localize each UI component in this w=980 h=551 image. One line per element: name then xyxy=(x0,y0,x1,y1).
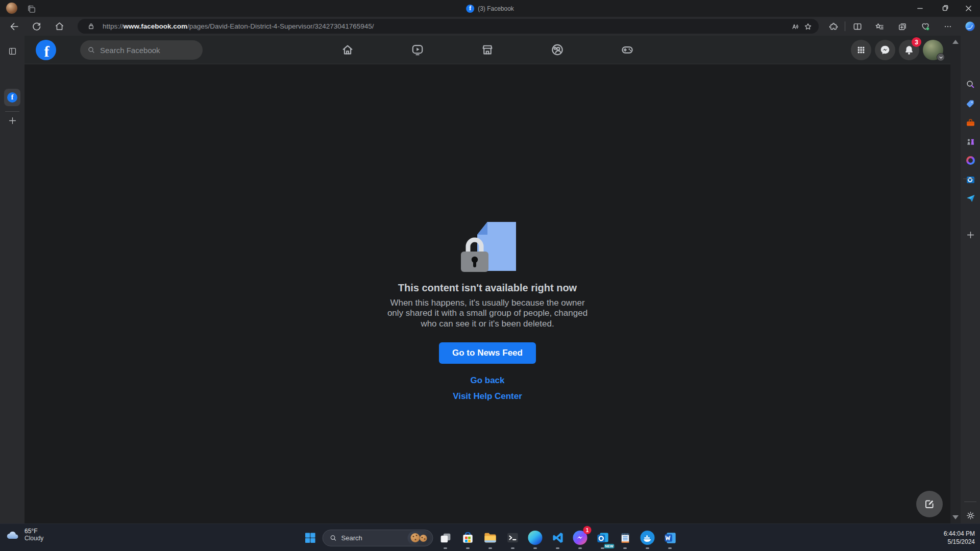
read-aloud-icon[interactable] xyxy=(788,20,801,33)
compose-post-button[interactable] xyxy=(916,491,943,517)
terminal-icon[interactable] xyxy=(503,528,523,548)
notepad-icon[interactable] xyxy=(615,528,635,548)
windows-taskbar: 65°F Cloudy Search xyxy=(0,523,980,551)
sidebar-outlook-icon[interactable] xyxy=(963,172,977,187)
minimize-button[interactable] xyxy=(909,0,932,16)
messenger-badge: 1 xyxy=(583,526,592,534)
tab-actions-icon[interactable] xyxy=(5,44,19,58)
favorite-star-icon[interactable] xyxy=(801,20,815,33)
go-back-link[interactable]: Go back xyxy=(470,375,504,386)
back-icon[interactable] xyxy=(6,18,22,35)
facebook-favicon xyxy=(466,5,474,13)
taskbar-search-placeholder: Search xyxy=(341,534,362,542)
edge-browser-icon[interactable] xyxy=(525,528,546,548)
vscode-icon[interactable] xyxy=(548,528,568,548)
weather-temperature: 65°F xyxy=(24,528,43,535)
active-tab[interactable]: (3) Facebook xyxy=(466,0,514,17)
sidebar-customize-button[interactable] xyxy=(963,228,977,242)
file-explorer-icon[interactable] xyxy=(480,528,501,548)
new-tab-button[interactable] xyxy=(5,113,19,128)
taskbar-weather-widget[interactable]: 65°F Cloudy xyxy=(5,528,43,542)
sidebar-settings-gear-icon[interactable] xyxy=(963,508,977,522)
weather-condition: Cloudy xyxy=(24,535,43,542)
workspaces-icon[interactable] xyxy=(27,4,37,14)
start-button[interactable] xyxy=(300,528,321,548)
browser-titlebar: (3) Facebook xyxy=(0,0,980,17)
browser-essentials-icon[interactable] xyxy=(917,18,934,35)
task-view-button[interactable] xyxy=(435,528,456,548)
page-scrollbar[interactable] xyxy=(950,36,961,523)
tab-facebook[interactable] xyxy=(4,89,20,106)
visit-help-center-link[interactable]: Visit Help Center xyxy=(453,391,522,402)
vertical-tab-strip xyxy=(0,36,24,523)
docker-icon[interactable] xyxy=(638,528,658,548)
screen: (3) Facebook https://www.facebook.com/pa… xyxy=(0,0,980,551)
clock-time: 6:44:04 PM xyxy=(944,530,975,538)
locked-content-illustration xyxy=(459,222,516,273)
search-icon xyxy=(330,534,337,542)
address-bar[interactable]: https://www.facebook.com/pages/David-Eat… xyxy=(78,19,819,34)
error-panel: This content isn't available right now W… xyxy=(24,36,950,402)
cloud-icon xyxy=(5,529,20,540)
taskbar-search-box[interactable]: Search xyxy=(323,530,433,546)
facebook-page: Search Facebook xyxy=(24,36,950,523)
go-to-news-feed-button[interactable]: Go to News Feed xyxy=(439,342,536,364)
scroll-down-arrow[interactable] xyxy=(952,515,959,519)
tab-title-text: (3) Facebook xyxy=(478,5,514,12)
split-screen-icon[interactable] xyxy=(849,18,866,35)
sidebar-microsoft365-icon[interactable] xyxy=(963,153,977,167)
outlook-icon[interactable]: NEW xyxy=(593,528,613,548)
url-domain: www.facebook.com xyxy=(124,22,188,30)
microsoft-store-icon[interactable] xyxy=(458,528,478,548)
restore-button[interactable] xyxy=(934,0,957,16)
error-title: This content isn't available right now xyxy=(398,282,577,294)
home-icon[interactable] xyxy=(51,18,68,35)
word-icon[interactable] xyxy=(660,528,680,548)
sidebar-divider xyxy=(963,179,975,179)
favorites-bar-icon[interactable] xyxy=(871,18,888,35)
lock-icon-large xyxy=(459,234,492,273)
close-button[interactable] xyxy=(957,0,980,16)
url-scheme: https:// xyxy=(103,22,124,30)
sidebar-bottom-divider xyxy=(964,502,976,502)
settings-menu-icon[interactable] xyxy=(939,18,956,35)
search-highlight-image[interactable] xyxy=(408,531,430,545)
taskbar-center: Search xyxy=(300,524,680,551)
sidebar-shopping-icon[interactable] xyxy=(963,96,977,111)
edge-sidebar xyxy=(961,36,980,523)
taskbar-clock[interactable]: 6:44:04 PM 5/15/2024 xyxy=(944,530,975,546)
collections-icon[interactable] xyxy=(894,18,911,35)
browser-profile-avatar[interactable] xyxy=(6,3,17,14)
sidebar-drop-icon[interactable] xyxy=(963,191,977,205)
lock-icon[interactable] xyxy=(84,20,97,33)
sidebar-tools-icon[interactable] xyxy=(963,115,977,130)
outlook-new-badge: NEW xyxy=(604,544,614,548)
sidebar-games-icon[interactable] xyxy=(963,134,977,148)
messenger-icon[interactable]: 1 xyxy=(570,528,591,548)
document-fold xyxy=(477,222,487,235)
scroll-up-arrow[interactable] xyxy=(952,40,959,44)
url-text[interactable]: https://www.facebook.com/pages/David-Eat… xyxy=(103,22,788,30)
extensions-icon[interactable] xyxy=(825,18,842,35)
facebook-tab-favicon xyxy=(7,92,17,103)
sidebar-search-icon[interactable] xyxy=(963,77,977,91)
copilot-icon[interactable] xyxy=(962,18,978,35)
url-path: /pages/David-Eaton-District-4-Supervisor… xyxy=(187,22,374,30)
browser-toolbar: https://www.facebook.com/pages/David-Eat… xyxy=(0,17,980,36)
toolbar-divider xyxy=(845,21,845,31)
tabstrip-divider xyxy=(5,111,19,112)
clock-date: 5/15/2024 xyxy=(944,538,975,546)
error-description: When this happens, it's usually because … xyxy=(385,298,590,329)
refresh-icon[interactable] xyxy=(28,18,45,35)
